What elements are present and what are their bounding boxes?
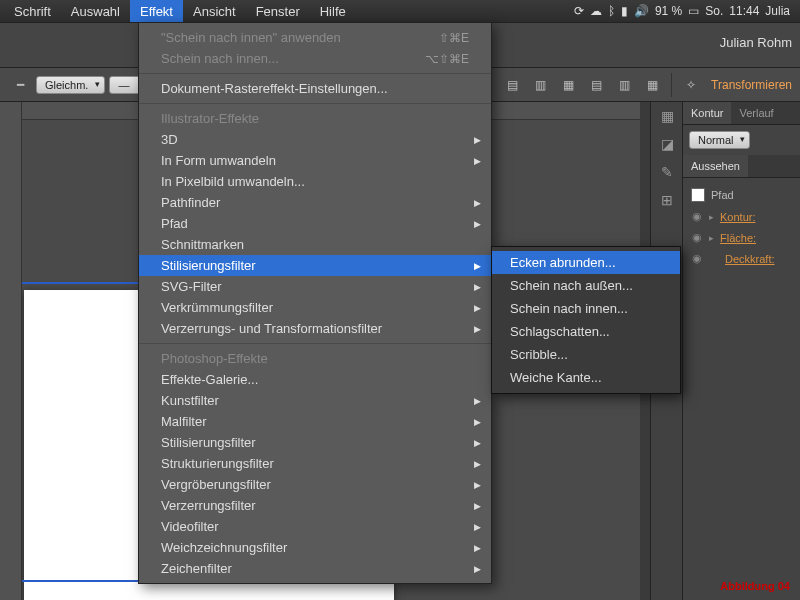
ps-effect-item-9[interactable]: Zeichenfilter bbox=[139, 558, 491, 579]
stilisierungsfilter-submenu: Ecken abrunden...Schein nach außen...Sch… bbox=[491, 246, 681, 394]
effekt-menu: "Schein nach innen" anwenden ⇧⌘E Schein … bbox=[138, 22, 492, 584]
ruler-vertical bbox=[0, 102, 22, 600]
panel-icon-transform[interactable]: ⊞ bbox=[651, 186, 683, 214]
right-panels: Kontur Verlauf Normal Aussehen Pfad ◉ ▸ … bbox=[682, 102, 800, 600]
ai-effect-item-7[interactable]: SVG-Filter bbox=[139, 276, 491, 297]
clock-time: 11:44 bbox=[729, 4, 759, 18]
ps-effect-item-6[interactable]: Verzerrungsfilter bbox=[139, 495, 491, 516]
ps-effect-item-3[interactable]: Stilisierungsfilter bbox=[139, 432, 491, 453]
wifi-icon: ▮ bbox=[621, 4, 628, 18]
align-center-icon[interactable]: ▥ bbox=[528, 73, 552, 97]
cloud-icon: ☁ bbox=[590, 4, 602, 18]
tab-verlauf[interactable]: Verlauf bbox=[731, 102, 781, 124]
appearance-title-label: Pfad bbox=[711, 189, 734, 201]
align-middle-icon[interactable]: ▥ bbox=[612, 73, 636, 97]
align-right-icon[interactable]: ▦ bbox=[556, 73, 580, 97]
stroke-panel-body: Normal bbox=[683, 125, 800, 155]
panel-icon-swatch[interactable]: ◪ bbox=[651, 130, 683, 158]
ai-effect-item-9[interactable]: Verzerrungs- und Transformationsfilter bbox=[139, 318, 491, 339]
menu-hilfe[interactable]: Hilfe bbox=[310, 0, 356, 22]
menu-apply-last: "Schein nach innen" anwenden ⇧⌘E bbox=[139, 27, 491, 48]
workspace-user-label[interactable]: Julian Rohm bbox=[720, 35, 792, 50]
ai-effect-item-3[interactable]: Pathfinder bbox=[139, 192, 491, 213]
volume-icon: 🔊 bbox=[634, 4, 649, 18]
system-menubar: Schrift Auswahl Effekt Ansicht Fenster H… bbox=[0, 0, 800, 22]
appearance-panel-tabs: Aussehen bbox=[683, 155, 800, 178]
menu-header-photoshop: Photoshop-Effekte bbox=[139, 348, 491, 369]
ai-effect-item-8[interactable]: Verkrümmungsfilter bbox=[139, 297, 491, 318]
stroke-link[interactable]: Kontur: bbox=[720, 211, 755, 223]
menu-ansicht[interactable]: Ansicht bbox=[183, 0, 246, 22]
menu-auswahl[interactable]: Auswahl bbox=[61, 0, 130, 22]
menu-effekt[interactable]: Effekt bbox=[130, 0, 183, 22]
fill-swatch-icon[interactable] bbox=[691, 188, 705, 202]
ps-effect-item-8[interactable]: Weichzeichnungsfilter bbox=[139, 537, 491, 558]
visibility-icon[interactable]: ◉ bbox=[691, 252, 703, 265]
menu-raster-settings[interactable]: Dokument-Rastereffekt-Einstellungen... bbox=[139, 78, 491, 99]
align-top-icon[interactable]: ▤ bbox=[584, 73, 608, 97]
stylize-item-3[interactable]: Schlagschatten... bbox=[492, 320, 680, 343]
stylize-item-5[interactable]: Weiche Kante... bbox=[492, 366, 680, 389]
visibility-icon[interactable]: ◉ bbox=[691, 210, 703, 223]
transform-label[interactable]: Transformieren bbox=[711, 78, 792, 92]
bluetooth-icon: ᛒ bbox=[608, 4, 615, 18]
stylize-item-4[interactable]: Scribble... bbox=[492, 343, 680, 366]
menu-schrift[interactable]: Schrift bbox=[4, 0, 61, 22]
ps-effect-item-4[interactable]: Strukturierungsfilter bbox=[139, 453, 491, 474]
menu-apply-last-label: "Schein nach innen" anwenden bbox=[161, 30, 341, 45]
clock-day: So. bbox=[705, 4, 723, 18]
menu-last-effect: Schein nach innen... ⌥⇧⌘E bbox=[139, 48, 491, 69]
menubar-status: ⟳ ☁ ᛒ ▮ 🔊 91 % ▭ So. 11:44 Julia bbox=[574, 4, 796, 18]
battery-icon: ▭ bbox=[688, 4, 699, 18]
appearance-row-stroke[interactable]: ◉ ▸ Kontur: bbox=[689, 206, 794, 227]
battery-percent: 91 % bbox=[655, 4, 682, 18]
appearance-panel-body: Pfad ◉ ▸ Kontur: ◉ ▸ Fläche: ◉ Deckkraft… bbox=[683, 178, 800, 275]
shortcut-label: ⌥⇧⌘E bbox=[425, 52, 469, 66]
ps-effect-item-0[interactable]: Effekte-Galerie... bbox=[139, 369, 491, 390]
ps-effect-item-1[interactable]: Kunstfilter bbox=[139, 390, 491, 411]
panel-icon-brush[interactable]: ✎ bbox=[651, 158, 683, 186]
figure-caption: Abbildung 04 bbox=[720, 580, 790, 592]
user-name-short: Julia bbox=[765, 4, 790, 18]
ai-effect-item-6[interactable]: Stilisierungsfilter bbox=[139, 255, 491, 276]
align-left-icon[interactable]: ▤ bbox=[500, 73, 524, 97]
opacity-link[interactable]: Deckkraft: bbox=[725, 253, 775, 265]
tab-aussehen[interactable]: Aussehen bbox=[683, 155, 748, 177]
blend-mode-dropdown[interactable]: Normal bbox=[689, 131, 750, 149]
menu-fenster[interactable]: Fenster bbox=[246, 0, 310, 22]
panel-icon-grid[interactable]: ▦ bbox=[651, 102, 683, 130]
stroke-icon[interactable]: ━ bbox=[8, 73, 32, 97]
fill-link[interactable]: Fläche: bbox=[720, 232, 756, 244]
ps-effect-item-5[interactable]: Vergröberungsfilter bbox=[139, 474, 491, 495]
align-bottom-icon[interactable]: ▦ bbox=[640, 73, 664, 97]
stylize-item-2[interactable]: Schein nach innen... bbox=[492, 297, 680, 320]
disclosure-icon[interactable]: ▸ bbox=[709, 212, 714, 222]
ai-effect-item-0[interactable]: 3D bbox=[139, 129, 491, 150]
visibility-icon[interactable]: ◉ bbox=[691, 231, 703, 244]
menu-last-effect-label: Schein nach innen... bbox=[161, 51, 279, 66]
transform-icon[interactable]: ✧ bbox=[679, 73, 703, 97]
ai-effect-item-5[interactable]: Schnittmarken bbox=[139, 234, 491, 255]
stroke-panel-tabs: Kontur Verlauf bbox=[683, 102, 800, 125]
ai-effect-item-2[interactable]: In Pixelbild umwandeln... bbox=[139, 171, 491, 192]
stylize-item-0[interactable]: Ecken abrunden... bbox=[492, 251, 680, 274]
ps-effect-item-2[interactable]: Malfilter bbox=[139, 411, 491, 432]
ai-effect-item-4[interactable]: Pfad bbox=[139, 213, 491, 234]
appearance-row-fill[interactable]: ◉ ▸ Fläche: bbox=[689, 227, 794, 248]
shortcut-label: ⇧⌘E bbox=[439, 31, 469, 45]
stroke-profile-dropdown[interactable]: Gleichm. bbox=[36, 76, 105, 94]
stylize-item-1[interactable]: Schein nach außen... bbox=[492, 274, 680, 297]
sync-icon: ⟳ bbox=[574, 4, 584, 18]
appearance-item-title: Pfad bbox=[689, 184, 794, 206]
menu-header-illustrator: Illustrator-Effekte bbox=[139, 108, 491, 129]
ps-effect-item-7[interactable]: Videofilter bbox=[139, 516, 491, 537]
appearance-row-opacity[interactable]: ◉ Deckkraft: bbox=[689, 248, 794, 269]
tab-kontur[interactable]: Kontur bbox=[683, 102, 731, 124]
disclosure-icon[interactable]: ▸ bbox=[709, 233, 714, 243]
ai-effect-item-1[interactable]: In Form umwandeln bbox=[139, 150, 491, 171]
separator bbox=[671, 73, 672, 97]
